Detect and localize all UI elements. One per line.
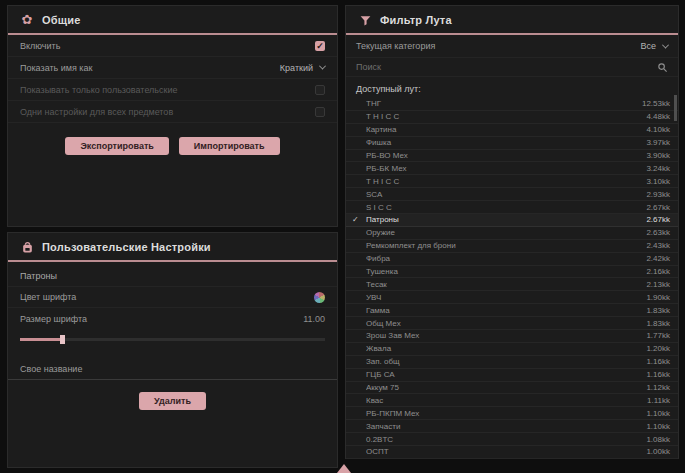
name-mode-label: Показать имя как (20, 63, 92, 73)
loot-list-item[interactable]: ✓ РБ-БК Мех 3.24kk (346, 162, 678, 175)
loot-item-name: Запчасти (366, 422, 646, 431)
category-row: Текущая категория Все (346, 35, 678, 58)
loot-list-item[interactable]: ✓ ТНГ 12.53kk (346, 98, 678, 111)
loot-list-item[interactable]: ✓ ОСПТ 1.00kk (346, 446, 678, 459)
loot-list: ✓ ТНГ 12.53kk ✓ T H I C C 4.48kk ✓ Карти… (346, 98, 678, 459)
same-settings-checkbox[interactable] (315, 107, 325, 117)
loot-list-item[interactable]: ✓ SCA 2.93kk (346, 188, 678, 201)
delete-button[interactable]: Удалить (139, 392, 206, 410)
loot-item-value: 1.10kk (646, 409, 670, 418)
magnifier-icon[interactable] (657, 62, 668, 73)
enable-checkbox[interactable]: ✓ (315, 41, 325, 51)
collapse-handle-icon[interactable] (337, 464, 351, 473)
loot-list-item[interactable]: ✓ Тесак 2.13kk (346, 278, 678, 291)
loot-item-name: ОСПТ (366, 447, 646, 456)
name-mode-dropdown[interactable]: Краткий (280, 63, 325, 73)
loot-item-value: 1.77kk (646, 331, 670, 340)
backpack-icon (20, 240, 34, 254)
general-panel-header: ✿ Общие (8, 6, 337, 33)
loot-item-value: 1.11kk (647, 396, 670, 405)
funnel-icon (358, 13, 372, 27)
loot-item-name: T H I C C (366, 177, 646, 186)
loot-list-item[interactable]: ✓ Ремкомплект для брони 2.43kk (346, 240, 678, 253)
loot-item-name: Фишка (366, 138, 646, 147)
loot-item-value: 1.90kk (646, 293, 670, 302)
loot-item-name: Ремкомплект для брони (366, 241, 646, 250)
delete-row: Удалить (8, 392, 337, 410)
general-settings-panel: ✿ Общие Включить ✓ Показать имя как Крат… (7, 5, 338, 227)
loot-item-value: 1.08kk (646, 435, 670, 444)
category-label: Текущая категория (356, 41, 435, 51)
loot-item-name: Зрош Зав Мех (366, 331, 646, 340)
loot-item-name: S I C C (366, 203, 646, 212)
loot-list-item[interactable]: ✓ Жвала 1.20kk (346, 343, 678, 356)
loot-item-name: Патроны (366, 215, 646, 224)
loot-item-name: Картина (366, 125, 646, 134)
loot-list-item[interactable]: ✓ Гамма 1.83kk (346, 304, 678, 317)
loot-item-value: 12.53kk (642, 99, 670, 108)
loot-item-name: УВЧ (366, 293, 646, 302)
loot-list-item[interactable]: ✓ S I C C 2.67kk (346, 201, 678, 214)
export-button[interactable]: Экспортировать (65, 137, 168, 155)
loot-list-item[interactable]: ✓ T H I C C 3.10kk (346, 175, 678, 188)
loot-item-value: 2.13kk (646, 280, 670, 289)
only-custom-checkbox[interactable] (315, 85, 325, 95)
loot-item-name: Тушенка (366, 267, 646, 276)
search-row (346, 58, 678, 77)
enable-row: Включить ✓ (8, 35, 337, 57)
search-input[interactable] (356, 62, 657, 72)
loot-item-value: 1.83kk (646, 306, 670, 315)
loot-item-value: 1.00kk (646, 447, 670, 456)
chevron-down-icon (662, 41, 669, 48)
loot-item-name: Жвала (366, 344, 646, 353)
same-settings-label: Одни настройки для всех предметов (20, 107, 173, 117)
checkmark-icon: ✓ (352, 215, 359, 224)
loot-list-item[interactable]: ✓ Общ Мех 1.83kk (346, 317, 678, 330)
loot-list-item[interactable]: ✓ Квас 1.11kk (346, 394, 678, 407)
custom-panel-title: Пользовательские Настройки (42, 241, 211, 253)
custom-settings-panel: Пользовательские Настройки Патроны Цвет … (7, 232, 338, 468)
custom-name-input[interactable] (92, 361, 325, 377)
name-mode-row: Показать имя как Краткий (8, 57, 337, 79)
loot-list-item[interactable]: ✓ Зап. общ 1.16kk (346, 356, 678, 369)
loot-list-item[interactable]: ✓ Патроны 2.67kk (346, 214, 678, 227)
font-size-slider[interactable] (20, 334, 325, 344)
loot-list-item[interactable]: ✓ РБ-ПКПМ Мех 1.10kk (346, 407, 678, 420)
loot-list-item[interactable]: ✓ Запчасти 1.10kk (346, 420, 678, 433)
scrollbar-thumb[interactable] (674, 95, 677, 121)
selected-item-name: Патроны (8, 262, 337, 286)
loot-item-name: РБ-БК Мех (366, 164, 646, 173)
loot-list-item[interactable]: ✓ Картина 4.10kk (346, 124, 678, 137)
loot-item-value: 2.16kk (646, 267, 670, 276)
enable-label: Включить (20, 41, 60, 51)
loot-list-item[interactable]: ✓ Зрош Зав Мех 1.77kk (346, 330, 678, 343)
loot-item-value: 3.97kk (646, 138, 670, 147)
color-wheel-icon[interactable] (314, 292, 325, 303)
header-divider (8, 33, 337, 35)
loot-list-item[interactable]: ✓ T H I C C 4.48kk (346, 111, 678, 124)
loot-item-name: ТНГ (366, 99, 642, 108)
loot-list-item[interactable]: ✓ РБ-ВО Мех 3.90kk (346, 150, 678, 163)
loot-item-name: РБ-ПКПМ Мех (366, 409, 646, 418)
loot-item-value: 2.63kk (646, 228, 670, 237)
import-button[interactable]: Импортировать (179, 137, 280, 155)
loot-list-item[interactable]: ✓ Фибра 2.42kk (346, 253, 678, 266)
loot-list-item[interactable]: ✓ Аккум 75 1.12kk (346, 382, 678, 395)
loot-item-value: 2.67kk (646, 215, 670, 224)
slider-handle[interactable] (60, 335, 65, 344)
loot-list-item[interactable]: ✓ Фишка 3.97kk (346, 137, 678, 150)
same-settings-row: Одни настройки для всех предметов (8, 101, 337, 123)
loot-list-item[interactable]: ✓ Оружие 2.63kk (346, 227, 678, 240)
loot-list-item[interactable]: ✓ Тушенка 2.16kk (346, 266, 678, 279)
loot-list-item[interactable]: ✓ УВЧ 1.90kk (346, 291, 678, 304)
loot-list-item[interactable]: ✓ 0.2BTC 1.08kk (346, 433, 678, 446)
loot-item-name: Фибра (366, 254, 646, 263)
loot-item-value: 1.16kk (646, 357, 670, 366)
loot-item-name: 0.2BTC (366, 435, 646, 444)
loot-item-value: 3.90kk (646, 151, 670, 160)
font-color-row: Цвет шрифта (8, 286, 337, 308)
custom-name-label: Свое название (20, 364, 82, 374)
loot-list-item[interactable]: ✓ ГЦБ СА 1.16kk (346, 369, 678, 382)
category-dropdown[interactable]: Все (640, 41, 668, 51)
gear-flower-icon: ✿ (20, 13, 34, 27)
